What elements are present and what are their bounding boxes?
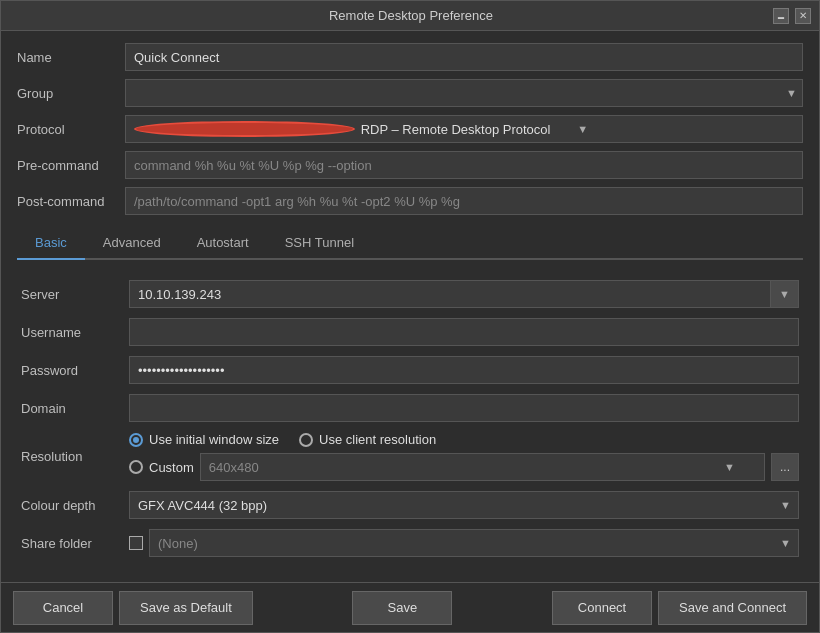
- group-label: Group: [17, 86, 117, 101]
- footer-center: Save: [352, 591, 452, 625]
- domain-input[interactable]: [129, 394, 799, 422]
- use-initial-label: Use initial window size: [149, 432, 279, 447]
- group-row: Group ▼: [17, 79, 803, 107]
- password-input[interactable]: [129, 356, 799, 384]
- colour-depth-row: Colour depth GFX AVC444 (32 bpp) 32 bpp …: [21, 491, 799, 519]
- domain-label: Domain: [21, 401, 121, 416]
- main-content: Name Group ▼ Protocol RDP – Remote Deskt…: [1, 31, 819, 582]
- protocol-label: Protocol: [17, 122, 117, 137]
- save-button[interactable]: Save: [352, 591, 452, 625]
- connect-button[interactable]: Connect: [552, 591, 652, 625]
- protocol-value: RDP – Remote Desktop Protocol: [361, 122, 578, 137]
- resolution-row: Resolution Use initial window size Use c…: [21, 432, 799, 481]
- tab-ssh-tunnel[interactable]: SSH Tunnel: [267, 227, 372, 260]
- tab-basic[interactable]: Basic: [17, 227, 85, 260]
- tab-autostart[interactable]: Autostart: [179, 227, 267, 260]
- share-folder-select[interactable]: (None): [149, 529, 799, 557]
- post-command-label: Post-command: [17, 194, 117, 209]
- server-input-wrapper: ▼: [129, 280, 799, 308]
- rdp-icon: [134, 121, 355, 137]
- custom-label: Custom: [149, 460, 194, 475]
- save-connect-button[interactable]: Save and Connect: [658, 591, 807, 625]
- colour-depth-select-wrapper: GFX AVC444 (32 bpp) 32 bpp 24 bpp 16 bpp…: [129, 491, 799, 519]
- post-command-row: Post-command: [17, 187, 803, 215]
- share-folder-label: Share folder: [21, 536, 121, 551]
- share-folder-select-wrapper: (None) ▼: [149, 529, 799, 557]
- custom-resolution-select-wrapper: 640x480 800x600 1024x768 1280x720 1920x1…: [200, 453, 765, 481]
- titlebar: Remote Desktop Preference 🗕 ✕: [1, 1, 819, 31]
- username-row: Username: [21, 318, 799, 346]
- use-client-label: Use client resolution: [319, 432, 436, 447]
- minimize-button[interactable]: 🗕: [773, 8, 789, 24]
- server-dropdown-button[interactable]: ▼: [771, 280, 799, 308]
- colour-depth-label: Colour depth: [21, 498, 121, 513]
- post-command-input[interactable]: [125, 187, 803, 215]
- share-folder-row: Share folder (None) ▼: [21, 529, 799, 557]
- custom-radio[interactable]: [129, 460, 143, 474]
- group-select-wrapper: ▼: [125, 79, 803, 107]
- domain-row: Domain: [21, 394, 799, 422]
- close-button[interactable]: ✕: [795, 8, 811, 24]
- username-label: Username: [21, 325, 121, 340]
- name-input[interactable]: [125, 43, 803, 71]
- footer-right: Connect Save and Connect: [552, 591, 807, 625]
- protocol-select-arrow-icon: ▼: [577, 123, 794, 135]
- server-input[interactable]: [129, 280, 771, 308]
- group-select[interactable]: [125, 79, 803, 107]
- footer: Cancel Save as Default Save Connect Save…: [1, 582, 819, 632]
- pre-command-row: Pre-command: [17, 151, 803, 179]
- password-label: Password: [21, 363, 121, 378]
- colour-depth-select[interactable]: GFX AVC444 (32 bpp) 32 bpp 24 bpp 16 bpp…: [129, 491, 799, 519]
- protocol-row: Protocol RDP – Remote Desktop Protocol ▼: [17, 115, 803, 143]
- username-input[interactable]: [129, 318, 799, 346]
- custom-resolution-option[interactable]: Custom: [129, 460, 194, 475]
- name-label: Name: [17, 50, 117, 65]
- custom-resolution-row: Custom 640x480 800x600 1024x768 1280x720…: [129, 453, 799, 481]
- dialog: Remote Desktop Preference 🗕 ✕ Name Group…: [0, 0, 820, 633]
- use-client-resolution-option[interactable]: Use client resolution: [299, 432, 436, 447]
- share-folder-controls: (None) ▼: [129, 529, 799, 557]
- server-label: Server: [21, 287, 121, 302]
- tabs-bar: Basic Advanced Autostart SSH Tunnel: [17, 227, 803, 260]
- protocol-select[interactable]: RDP – Remote Desktop Protocol ▼: [125, 115, 803, 143]
- resolution-label: Resolution: [21, 449, 121, 464]
- dialog-title: Remote Desktop Preference: [49, 8, 773, 23]
- resolution-dots-button[interactable]: ...: [771, 453, 799, 481]
- tab-content-basic: Server ▼ Username Password Domain: [17, 268, 803, 570]
- share-folder-checkbox[interactable]: [129, 536, 143, 550]
- use-client-radio[interactable]: [299, 433, 313, 447]
- use-initial-radio[interactable]: [129, 433, 143, 447]
- name-row: Name: [17, 43, 803, 71]
- save-default-button[interactable]: Save as Default: [119, 591, 253, 625]
- resolution-radio-line1: Use initial window size Use client resol…: [129, 432, 799, 447]
- titlebar-controls: 🗕 ✕: [773, 8, 811, 24]
- server-row: Server ▼: [21, 280, 799, 308]
- password-row: Password: [21, 356, 799, 384]
- resolution-options: Use initial window size Use client resol…: [129, 432, 799, 481]
- pre-command-label: Pre-command: [17, 158, 117, 173]
- tab-advanced[interactable]: Advanced: [85, 227, 179, 260]
- custom-resolution-select[interactable]: 640x480 800x600 1024x768 1280x720 1920x1…: [200, 453, 765, 481]
- pre-command-input[interactable]: [125, 151, 803, 179]
- cancel-button[interactable]: Cancel: [13, 591, 113, 625]
- footer-left: Cancel Save as Default: [13, 591, 253, 625]
- use-initial-window-size-option[interactable]: Use initial window size: [129, 432, 279, 447]
